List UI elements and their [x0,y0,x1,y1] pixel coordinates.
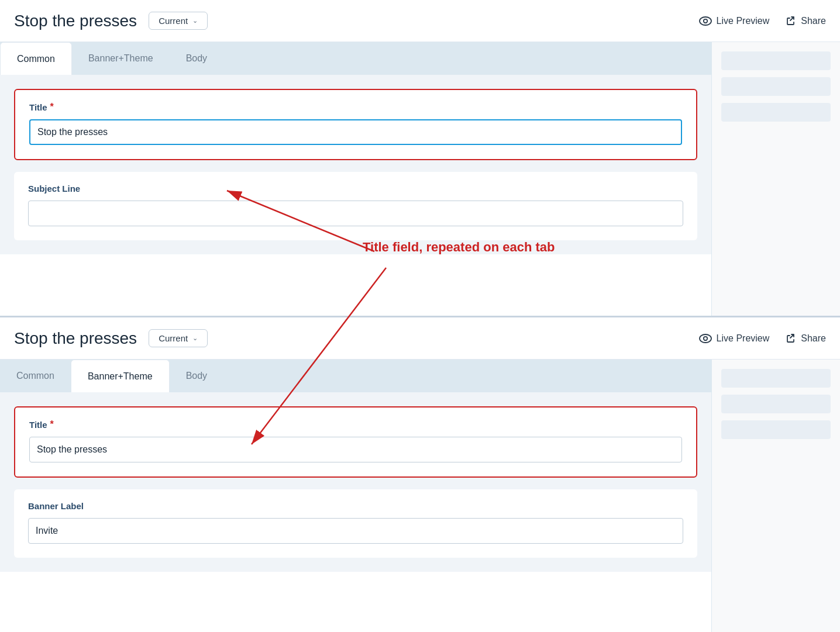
chevron-down-icon-2: ⌄ [192,334,198,342]
sidebar-stub-1c [721,103,831,122]
sidebar-stub-2c [721,420,831,439]
banner-label-input-2[interactable] [28,518,683,544]
required-star-1: * [50,102,54,112]
eye-icon-1 [699,16,712,26]
tab-body-2[interactable]: Body [170,360,223,392]
share-label-1: Share [801,16,826,26]
required-star-2: * [50,419,54,430]
live-preview-button-1[interactable]: Live Preview [699,16,770,26]
banner-label-section-2: Banner Label [14,489,697,558]
eye-icon-2 [699,334,712,343]
version-label-2: Current [159,333,188,343]
tab-common-2[interactable]: Common [0,360,71,392]
share-icon-1 [786,16,796,26]
version-label-1: Current [159,16,188,26]
subject-line-section-1: Subject Line [14,172,697,240]
tab-body-1[interactable]: Body [170,42,223,75]
share-icon-2 [786,333,796,344]
svg-point-1 [703,19,707,22]
title-label-2: Title * [29,419,682,430]
version-dropdown-1[interactable]: Current ⌄ [149,12,208,30]
tab-banner-theme-1[interactable]: Banner+Theme [72,42,170,75]
version-dropdown-2[interactable]: Current ⌄ [149,329,208,347]
tab-banner-theme-2[interactable]: Banner+Theme [71,360,170,392]
share-button-2[interactable]: Share [786,333,826,344]
svg-point-0 [700,17,711,25]
subject-line-input-1[interactable] [28,201,683,226]
sidebar-stub-2a [721,369,831,388]
page-title-1: Stop the presses [14,12,137,30]
svg-point-3 [703,336,707,340]
live-preview-button-2[interactable]: Live Preview [699,333,770,344]
live-preview-label-2: Live Preview [717,333,770,344]
sidebar-stub-1b [721,77,831,96]
title-section-highlighted-2: Title * [14,406,697,478]
title-label-1: Title * [29,102,682,112]
page-title-2: Stop the presses [14,329,137,348]
share-label-2: Share [801,333,826,344]
chevron-down-icon-1: ⌄ [192,17,198,25]
title-section-highlighted-1: Title * [14,89,697,160]
banner-label-label-2: Banner Label [28,501,683,511]
title-input-2[interactable] [29,437,682,462]
sidebar-stub-2b [721,395,831,413]
tab-common-1[interactable]: Common [0,42,72,75]
subject-line-label-1: Subject Line [28,184,683,194]
title-input-1[interactable] [29,119,682,145]
live-preview-label-1: Live Preview [717,16,770,26]
share-button-1[interactable]: Share [786,16,826,26]
sidebar-stub-1a [721,51,831,70]
svg-point-2 [700,334,711,343]
